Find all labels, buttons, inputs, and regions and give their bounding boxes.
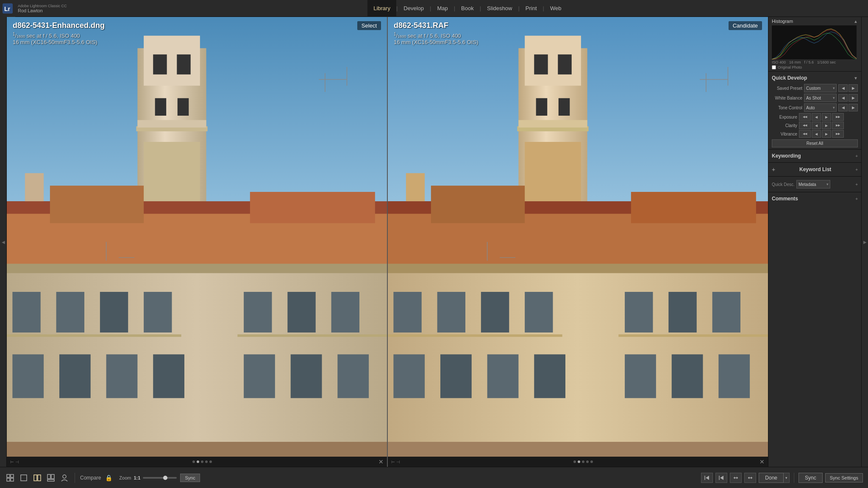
vibrance-inc[interactable]: ▶ <box>822 130 831 138</box>
reset-all-button[interactable]: Reset All <box>772 139 858 147</box>
sync-right-button[interactable]: Sync <box>798 473 823 483</box>
svg-rect-23 <box>100 292 128 333</box>
right-panel-toggle[interactable]: ▶ <box>861 17 868 467</box>
tone-control-select[interactable]: Auto <box>804 103 837 112</box>
svg-rect-13 <box>137 120 206 128</box>
white-balance-select[interactable]: As Shot <box>804 94 837 102</box>
nav-book[interactable]: Book <box>455 0 480 17</box>
done-dropdown[interactable]: ▾ <box>784 473 790 483</box>
svg-rect-61 <box>388 264 768 273</box>
clarity-dec[interactable]: ◀ <box>812 122 821 129</box>
sync-settings-button[interactable]: Sync Settings <box>825 473 863 482</box>
exposure-inc[interactable]: ▶ <box>822 113 831 121</box>
right-panel: Histogram ▲ <box>768 17 861 467</box>
nav-web[interactable]: Web <box>544 0 568 17</box>
nav-develop[interactable]: Develop <box>398 0 430 17</box>
comments-title: Comments <box>772 196 798 202</box>
vibrance-row: Vibrance ◀◀ ◀ ▶ ▶▶ <box>772 130 858 138</box>
compare-view-icon[interactable] <box>32 473 42 483</box>
svg-rect-36 <box>237 334 387 337</box>
quick-develop-arrow: ▼ <box>854 76 858 80</box>
right-bottom-controls: Done ▾ Sync Sync Settings <box>701 473 863 483</box>
sync-button[interactable]: Sync <box>180 474 200 482</box>
nav-slideshow[interactable]: Slideshow <box>481 0 518 17</box>
white-balance-prev[interactable]: ◀ <box>838 94 848 102</box>
tone-control-select-wrapper[interactable]: Auto <box>804 103 837 112</box>
zoom-thumb[interactable] <box>163 476 167 480</box>
people-view-icon[interactable] <box>59 473 70 483</box>
metadata-arrow: + <box>855 182 858 187</box>
white-balance-select-wrapper[interactable]: As Shot <box>804 94 837 102</box>
white-balance-next[interactable]: ▶ <box>849 94 858 102</box>
grid-view-icon[interactable] <box>5 473 15 483</box>
clarity-dbl-inc[interactable]: ▶▶ <box>832 122 844 129</box>
skip-back-button-2[interactable] <box>715 473 727 483</box>
svg-rect-8 <box>153 55 167 75</box>
film-dot-r5 <box>590 460 593 463</box>
nav-library[interactable]: Library <box>367 0 396 17</box>
swap-button-2[interactable] <box>744 473 756 483</box>
vibrance-dec[interactable]: ◀ <box>812 130 821 138</box>
right-close-icon[interactable]: ✕ <box>760 458 765 465</box>
left-photo-label: Select <box>357 21 381 30</box>
left-close-icon[interactable]: ✕ <box>378 458 384 465</box>
clarity-dbl-dec[interactable]: ◀◀ <box>799 122 811 129</box>
left-filmbar: ⊢ ⊣ ✕ <box>7 457 387 467</box>
swap-button[interactable] <box>730 473 742 483</box>
exposure-dbl-dec[interactable]: ◀◀ <box>799 113 811 121</box>
svg-rect-54 <box>518 120 587 128</box>
loupe-view-icon[interactable] <box>19 473 29 483</box>
saved-preset-prev[interactable]: ◀ <box>838 84 848 92</box>
left-meta-shutter: 1/1600 sec at f / 5.6, ISO 400 <box>13 32 105 39</box>
lock-icon[interactable]: 🔒 <box>105 474 112 481</box>
histogram-title: Histogram <box>772 19 793 24</box>
svg-rect-91 <box>38 475 41 481</box>
left-panel-toggle[interactable]: ◀ <box>0 17 7 467</box>
quick-develop-header[interactable]: Quick Develop ▼ <box>772 73 858 83</box>
vibrance-dbl-dec[interactable]: ◀◀ <box>799 130 811 138</box>
saved-preset-select[interactable]: Custom <box>804 84 837 92</box>
user-name: Rod Lawton <box>18 8 67 13</box>
exposure-row: Exposure ◀◀ ◀ ▶ ▶▶ <box>772 113 858 121</box>
keyword-list-header: + Keyword List + <box>772 164 858 175</box>
original-photo-label: Original Photo <box>772 65 858 69</box>
tone-control-next[interactable]: ▶ <box>849 104 858 111</box>
comments-section: Comments + <box>768 192 861 205</box>
comments-header[interactable]: Comments + <box>772 194 858 203</box>
skip-back-button[interactable] <box>701 473 713 483</box>
tone-control-arrows: ◀ ▶ <box>838 104 858 111</box>
svg-rect-58 <box>431 186 525 223</box>
toolbar-sep-1 <box>75 473 75 483</box>
svg-rect-71 <box>487 355 519 398</box>
svg-rect-51 <box>536 98 548 116</box>
main-area: ◀ <box>0 17 868 467</box>
svg-rect-7 <box>144 36 200 86</box>
saved-preset-select-wrapper[interactable]: Custom <box>804 84 837 92</box>
clarity-inc[interactable]: ▶ <box>822 122 831 129</box>
nav-map[interactable]: Map <box>431 0 453 17</box>
keyword-list-title: Keyword List <box>799 166 831 172</box>
svg-rect-76 <box>388 334 562 337</box>
vibrance-label: Vibrance <box>772 132 797 136</box>
vibrance-dbl-inc[interactable]: ▶▶ <box>832 130 844 138</box>
keyword-plus-icon[interactable]: + <box>772 166 775 173</box>
metadata-select[interactable]: Metadata <box>796 180 830 189</box>
saved-preset-next[interactable]: ▶ <box>849 84 858 92</box>
tone-control-prev[interactable]: ◀ <box>838 104 848 111</box>
exposure-dec[interactable]: ◀ <box>812 113 821 121</box>
done-button[interactable]: Done <box>759 473 784 483</box>
metadata-header[interactable]: Quick Desc. Metadata + <box>772 178 858 190</box>
saved-preset-label: Saved Preset <box>772 86 802 91</box>
svg-point-95 <box>63 475 66 478</box>
survey-view-icon[interactable] <box>46 473 56 483</box>
keyword-list-arrow: + <box>855 167 858 172</box>
svg-marker-102 <box>737 477 738 479</box>
metadata-row: Quick Desc. Metadata <box>772 180 830 189</box>
svg-rect-66 <box>625 292 653 333</box>
exposure-dbl-inc[interactable]: ▶▶ <box>832 113 844 121</box>
nav-print[interactable]: Print <box>520 0 543 17</box>
keywording-header[interactable]: Keywording + <box>772 151 858 161</box>
original-photo-checkbox[interactable] <box>772 65 776 69</box>
zoom-slider[interactable] <box>143 477 177 479</box>
metadata-select-wrapper[interactable]: Metadata <box>796 180 830 189</box>
